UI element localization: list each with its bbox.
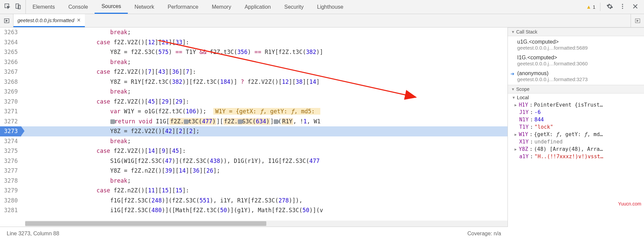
scope-local-header[interactable]: ▼Local [508,94,644,101]
code-content[interactable]: break; case f2Z.V2Z()[12][21][33]: Y8Z =… [21,27,507,227]
devtools-tab-application[interactable]: Application [238,0,277,14]
svg-point-3 [622,4,623,5]
svg-marker-9 [6,20,7,21]
devtools-tab-sources[interactable]: Sources [95,0,128,14]
devtools-tab-console[interactable]: Console [62,0,95,14]
call-stack-frame[interactable]: I1G.<computed>geetest.0.0.0.j…formatted:… [508,53,644,68]
svg-point-5 [622,8,623,9]
scope-header[interactable]: ▼Scope [508,85,644,94]
warning-icon: ▲ [586,4,591,10]
show-navigator-icon[interactable] [0,14,13,27]
devtools-tab-performance[interactable]: Performance [161,0,205,14]
devtools-tab-security[interactable]: Security [277,0,310,14]
device-toolbar-icon[interactable] [15,3,21,11]
warning-count: 1 [593,4,595,10]
scope-variable[interactable]: J1Y: -6 [508,109,644,116]
devtools-toolbar: ElementsConsoleSourcesNetworkPerformance… [0,0,644,14]
close-devtools-icon[interactable] [632,3,639,11]
file-tab-bar: geetest.0.0.0.js:formatted ✕ [0,14,644,27]
file-tab-active[interactable]: geetest.0.0.0.js:formatted ✕ [13,14,85,27]
close-tab-icon[interactable]: ✕ [77,17,81,23]
call-stack-header[interactable]: ▼Call Stack [508,27,644,36]
scope-variable[interactable]: T1Y: "lock" [508,123,644,131]
call-stack-frame[interactable]: u1G.<computed>geetest.0.0.0.j…formatted:… [508,37,644,53]
source-editor[interactable]: 3263326432653266326732683269327032713272… [0,27,508,227]
status-bar: Line 3273, Column 88 Coverage: n/a [0,227,508,240]
svg-point-4 [622,6,623,7]
run-snippet-icon[interactable] [631,14,644,27]
svg-marker-11 [637,20,638,21]
scope-variable[interactable]: ▶Y8Z: (48) [Array(48), Arra… [508,145,644,153]
call-stack-frame[interactable]: (anonymous)geetest.0.0.0.j…formatted:327… [508,68,644,84]
scope-variable[interactable]: ▶W1Y: {getX: ƒ, getY: ƒ, md… [508,131,644,138]
settings-icon[interactable] [606,3,613,11]
devtools-tab-network[interactable]: Network [128,0,161,14]
scope-variable[interactable]: a1Y: "H..(!!7xxxz!)v!)vsst… [508,153,644,160]
cursor-position: Line 3273, Column 88 [7,231,59,237]
devtools-tab-memory[interactable]: Memory [205,0,238,14]
watermark: Yuucn.com [618,201,641,206]
inspect-element-icon[interactable] [4,3,11,11]
debugger-sidebar: ▼Call Stack u1G.<computed>geetest.0.0.0.… [508,27,644,227]
devtools-tab-lighthouse[interactable]: Lighthouse [310,0,350,14]
scope-variable[interactable]: X1Y: undefined [508,138,644,145]
coverage-status: Coverage: n/a [467,231,501,237]
line-gutter[interactable]: 3263326432653266326732683269327032713272… [0,27,21,227]
scope-variable[interactable]: ▶H1Y: PointerEvent {isTrust… [508,101,644,109]
kebab-menu-icon[interactable] [619,3,626,11]
scope-variables: ▶H1Y: PointerEvent {isTrust…J1Y: -6N1Y: … [508,101,644,160]
file-tab-label: geetest.0.0.0.js:formatted [17,17,74,23]
call-stack-list: u1G.<computed>geetest.0.0.0.j…formatted:… [508,36,644,85]
warnings-badge[interactable]: ▲ 1 [586,3,600,11]
scope-variable[interactable]: N1Y: 844 [508,116,644,123]
horizontal-scrollbar[interactable] [25,221,507,227]
devtools-tab-elements[interactable]: Elements [26,0,62,14]
